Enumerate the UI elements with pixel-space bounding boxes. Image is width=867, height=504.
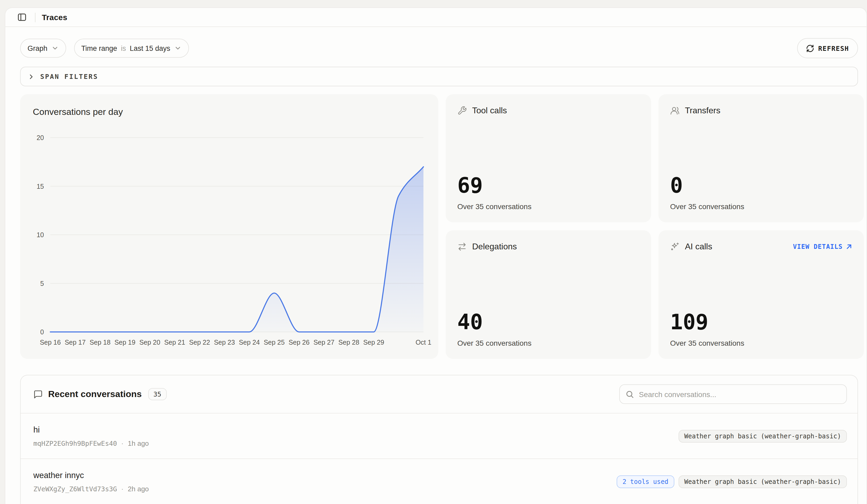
y-tick-label: 5 [40,280,44,287]
header-divider [35,12,35,22]
stat-caption: Over 35 conversations [457,202,639,211]
stat-value: 40 [457,311,639,332]
stat-card-delegations: Delegations 40 Over 35 conversations [446,230,651,359]
sidebar-toggle-button[interactable] [15,10,29,24]
y-tick-label: 20 [36,134,44,141]
stat-title: Tool calls [472,106,507,115]
area-fill [50,167,424,332]
x-tick-label: Sep 24 [239,339,260,346]
top-header: Traces [5,8,866,27]
wrench-icon [457,106,467,115]
conversation-time: 2h ago [128,485,149,493]
main-panel: Traces Graph Time range is Last 15 days [5,8,867,504]
conversation-title: hi [33,425,149,435]
time-range-filter[interactable]: Time range is Last 15 days [74,39,189,58]
meta-separator: · [121,485,124,493]
x-tick-label: Sep 29 [363,339,384,346]
search-wrap [619,384,847,404]
search-conversations-input[interactable] [619,384,847,404]
x-tick-label: Sep 17 [65,339,85,346]
conversations-chart-card: Conversations per day 05101520Sep 16Sep … [20,94,438,359]
agent-tag: Weather graph basic (weather-graph-basic… [678,475,847,488]
stat-value: 0 [670,175,852,196]
stats-grid: Conversations per day 05101520Sep 16Sep … [20,94,858,359]
time-range-value: Last 15 days [130,44,170,52]
x-tick-label: Sep 22 [189,339,210,346]
agent-tag: Weather graph basic (weather-graph-basic… [678,430,847,442]
x-tick-label: Sep 20 [139,339,160,346]
toolbar: Graph Time range is Last 15 days [20,38,858,58]
stat-caption: Over 35 conversations [457,339,639,347]
x-tick-label: Sep 28 [338,339,359,346]
x-tick-label: Sep 26 [288,339,309,346]
refresh-icon [806,44,814,52]
conversation-title: weather innyc [33,470,149,480]
span-filters-toggle[interactable]: SPAN FILTERS [20,67,858,86]
view-details-link[interactable]: VIEW DETAILS [793,243,852,250]
conversation-time: 1h ago [128,439,149,447]
conversation-count-badge: 35 [148,388,167,400]
area-line [50,167,424,332]
stat-title: Transfers [685,106,720,115]
x-tick-label: Sep 25 [264,339,285,346]
stat-card-transfers: Transfers 0 Over 35 conversations [659,94,864,222]
conversations-area-chart: 05101520Sep 16Sep 17Sep 18Sep 19Sep 20Se… [20,94,438,359]
recent-conversations-section: Recent conversations 35 hi mqHZP2EGh9h9B… [20,375,858,504]
recent-conversations-header: Recent conversations 35 [21,375,857,414]
search-icon [625,390,634,398]
stat-caption: Over 35 conversations [670,339,852,347]
chevron-down-icon [51,44,58,52]
conversation-row[interactable]: hi mqHZP2EGh9h9BpFEwEs40 · 1h ago Weathe… [21,414,857,459]
chevron-right-icon [28,73,35,80]
tools-used-tag: 2 tools used [617,475,674,488]
stat-title: AI calls [685,242,712,251]
chat-bubble-icon [33,389,43,399]
stat-title: Delegations [472,242,517,251]
conversation-row[interactable]: weather innyc ZVeWXgZy_Z6WltVd73s3G · 2h… [21,459,857,504]
stat-caption: Over 35 conversations [670,202,852,211]
y-tick-label: 0 [40,328,44,336]
x-tick-label: Sep 19 [114,339,135,346]
graph-dropdown-label: Graph [28,44,47,52]
x-tick-label: Sep 21 [164,339,185,346]
stat-value: 69 [457,175,639,196]
y-tick-label: 10 [36,231,44,238]
x-tick-label: Sep 18 [89,339,110,346]
stat-value: 109 [670,311,852,332]
x-tick-label: Oct 1 [416,339,431,346]
time-range-field: Time range [81,44,117,52]
users-icon [670,106,679,115]
sparkles-icon [670,242,679,251]
view-details-label: VIEW DETAILS [793,243,843,250]
sidebar-panel-icon [17,12,27,22]
refresh-button[interactable]: REFRESH [797,38,858,58]
x-tick-label: Sep 27 [313,339,334,346]
graph-dropdown[interactable]: Graph [20,39,66,58]
recent-conversations-title: Recent conversations [48,389,142,399]
chevron-down-icon [174,44,181,52]
refresh-button-label: REFRESH [818,44,849,52]
meta-separator: · [121,439,124,447]
span-filters-label: SPAN FILTERS [40,73,98,81]
x-tick-label: Sep 16 [40,339,61,346]
conversation-id: ZVeWXgZy_Z6WltVd73s3G [33,485,117,493]
conversation-id: mqHZP2EGh9h9BpFEwEs40 [33,439,117,447]
swap-arrows-icon [457,242,467,251]
x-tick-label: Sep 23 [214,339,235,346]
time-range-operator: is [121,44,126,52]
arrow-up-right-icon [846,244,852,250]
stat-card-ai-calls: AI calls VIEW DETAILS 109 Over 35 conver… [659,230,864,359]
stat-card-tool-calls: Tool calls 69 Over 35 conversations [446,94,651,222]
page-title: Traces [42,13,67,22]
y-tick-label: 15 [36,183,44,190]
